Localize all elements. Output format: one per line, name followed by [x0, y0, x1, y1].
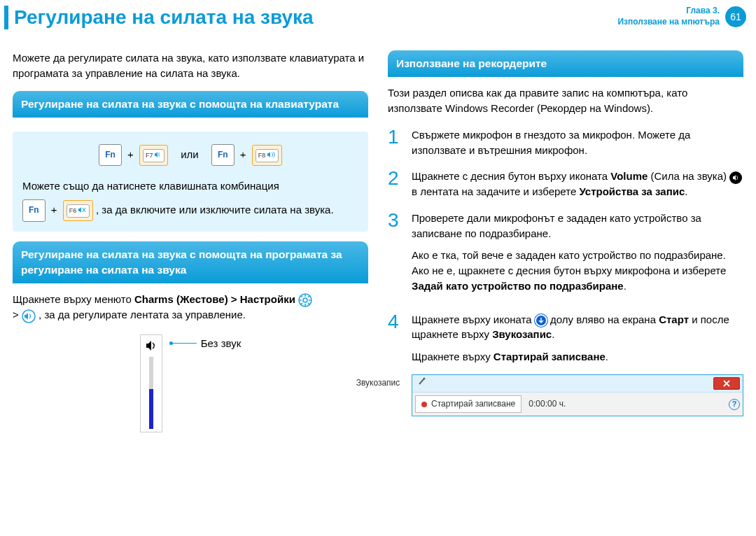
- step4-line2-bold: Стартирай записване: [493, 351, 606, 362]
- volume-up-icon: [267, 151, 276, 160]
- step2-post1: в лентата на задачите и изберете: [412, 185, 579, 197]
- content-columns: Можете да регулирате силата на звука, ка…: [0, 42, 756, 439]
- plus-sign-2: +: [240, 148, 246, 160]
- step2-bold: Устройства за запис: [579, 185, 685, 197]
- step4-line2: Щракнете върху Стартирай записване.: [412, 349, 743, 365]
- f8-key: F8: [255, 149, 279, 162]
- page-number-badge: 61: [725, 6, 746, 27]
- step-3: 3 Проверете дали микрофонът е зададен ка…: [388, 211, 743, 301]
- volume-down-icon: [155, 151, 162, 160]
- f8-key-wrap: F8: [252, 145, 282, 166]
- recorder-title-left: [418, 377, 426, 389]
- right-column: Използване на рекордерите Този раздел оп…: [388, 50, 743, 432]
- step-num-2: 2: [388, 169, 403, 199]
- svg-point-11: [424, 378, 426, 380]
- step2-volume-bold: Volume: [610, 170, 648, 182]
- volume-slider[interactable]: [140, 334, 162, 432]
- step4-bold1: Звукозапис: [492, 328, 552, 340]
- or-label: или: [181, 148, 199, 160]
- svg-line-9: [301, 303, 302, 304]
- step-1: 1 Свържете микрофон в гнездото за микроф…: [388, 127, 743, 158]
- f7-label: F7: [146, 152, 153, 159]
- step2-mid: (Сила на звука): [651, 170, 730, 182]
- title-wrap: Регулиране на силата на звука: [4, 6, 314, 29]
- step3-a: Проверете дали микрофонът е зададен като…: [412, 212, 701, 239]
- fn-key-3: Fn: [22, 199, 46, 221]
- step4-pre: Щракнете върху иконата: [412, 313, 535, 325]
- fn-key: Fn: [99, 144, 122, 166]
- volume-track[interactable]: [149, 357, 153, 428]
- chapter-line1: Глава 3.: [617, 6, 720, 17]
- f8-label: F8: [258, 152, 266, 159]
- section-recorder-title: Използване на рекордерите: [388, 50, 743, 77]
- f6-label: F6: [69, 207, 77, 214]
- sound-recorder-window: Звукозапис Стартирай записване 0:00:00 ч…: [412, 374, 743, 416]
- svg-point-10: [22, 310, 35, 323]
- gear-icon: [298, 293, 312, 307]
- f6-key-wrap: F6: [63, 200, 93, 221]
- down-arrow-icon: [535, 314, 547, 327]
- kb-line1: Можете също да натиснете клавишната комб…: [22, 178, 358, 194]
- step-num-3: 3: [388, 211, 403, 301]
- section-keyboard-title: Регулиране на силата на звука с помощта …: [13, 91, 368, 118]
- record-dot-icon: [421, 402, 427, 407]
- plus-sign-3: +: [51, 204, 57, 216]
- page-title: Регулиране на силата на звука: [14, 6, 314, 29]
- step4-line2-pre: Щракнете върху: [412, 351, 493, 362]
- chapter-badge: Глава 3. Използване на мпютъра 61: [617, 6, 746, 27]
- step-1-body: Свържете микрофон в гнездото за микрофон…: [412, 127, 743, 158]
- page-header: Регулиране на силата на звука Глава 3. И…: [0, 0, 756, 42]
- title-accent-bar: [4, 6, 8, 29]
- step-4: 4 Щракнете върху иконата долу вляво на е…: [388, 312, 743, 417]
- kb-line2-tail: , за да включите или изключите силата на…: [96, 204, 334, 216]
- chapter-text: Глава 3. Използване на мпютъра: [617, 6, 720, 27]
- kb-line2: Fn + F6 , за да включите или изключите с…: [22, 199, 358, 221]
- svg-line-8: [308, 296, 309, 297]
- fn-key-2: Fn: [211, 144, 234, 166]
- step-3-body: Проверете дали микрофонът е зададен като…: [412, 211, 743, 301]
- step-4-body: Щракнете върху иконата долу вляво на екр…: [412, 312, 743, 417]
- step4-mid: долу вляво на екрана: [550, 313, 659, 325]
- callout-line: [173, 343, 197, 344]
- recorder-body: Стартирай записване 0:00:00 ч. ?: [412, 392, 743, 416]
- step2-pre: Щракнете с десния бутон върху иконата: [412, 170, 610, 182]
- f7-key: F7: [143, 149, 164, 162]
- recording-time: 0:00:00 ч.: [528, 398, 566, 410]
- close-button[interactable]: [713, 377, 740, 390]
- recorder-title-text: Звукозапис: [356, 377, 400, 389]
- step3-b-pre: Ако е тка, той вече е зададен като устро…: [412, 249, 726, 276]
- step-2: 2 Щракнете с десния бутон върху иконата …: [388, 169, 743, 199]
- recorder-titlebar: Звукозапис: [412, 375, 743, 392]
- svg-line-6: [301, 296, 302, 297]
- start-recording-button[interactable]: Стартирай записване: [415, 395, 522, 413]
- step-num-1: 1: [388, 127, 403, 158]
- step-2-body: Щракнете с десния бутон върху иконата Vo…: [412, 169, 743, 199]
- mute-icon: [78, 206, 87, 216]
- volume-slider-figure: Без звук: [13, 334, 368, 432]
- mute-label: Без звук: [201, 336, 241, 351]
- step-num-4: 4: [388, 312, 403, 417]
- plus-sign: +: [127, 148, 134, 160]
- key-combo-row: Fn + F7 или Fn + F8: [22, 144, 358, 166]
- f7-key-wrap: F7: [139, 145, 168, 166]
- mute-callout: Без звук: [169, 336, 241, 351]
- charms-line: Щракнете върху менюто Charms (Жестове) >…: [13, 292, 368, 323]
- keyboard-instruction-box: Fn + F7 или Fn + F8: [13, 132, 368, 232]
- step3-b-bold: Задай като устройство по подразбиране: [412, 280, 624, 292]
- step3-b: Ако е тка, той вече е зададен като устро…: [412, 248, 743, 293]
- slider-speaker-icon[interactable]: [146, 339, 157, 355]
- f6-key: F6: [66, 204, 90, 218]
- left-column: Можете да регулирате силата на звука, ка…: [13, 50, 368, 432]
- charms-pre: Щракнете върху менюто: [13, 293, 134, 305]
- chapter-line2: Използване на мпютъра: [617, 17, 720, 28]
- section-program-title: Регулиране на силата на звука с помощта …: [13, 241, 368, 284]
- help-button[interactable]: ?: [729, 399, 740, 410]
- charms-post: , за да регулирате лентата за управление…: [38, 309, 246, 320]
- recorder-app-icon: [418, 377, 426, 389]
- start-recording-label: Стартирай записване: [431, 398, 515, 410]
- recorder-intro: Този раздел описва как да правите запис …: [388, 85, 743, 116]
- speaker-icon: [22, 309, 36, 323]
- step4-start-bold: Старт: [659, 313, 689, 325]
- svg-point-1: [303, 298, 307, 302]
- taskbar-volume-icon: [729, 171, 742, 184]
